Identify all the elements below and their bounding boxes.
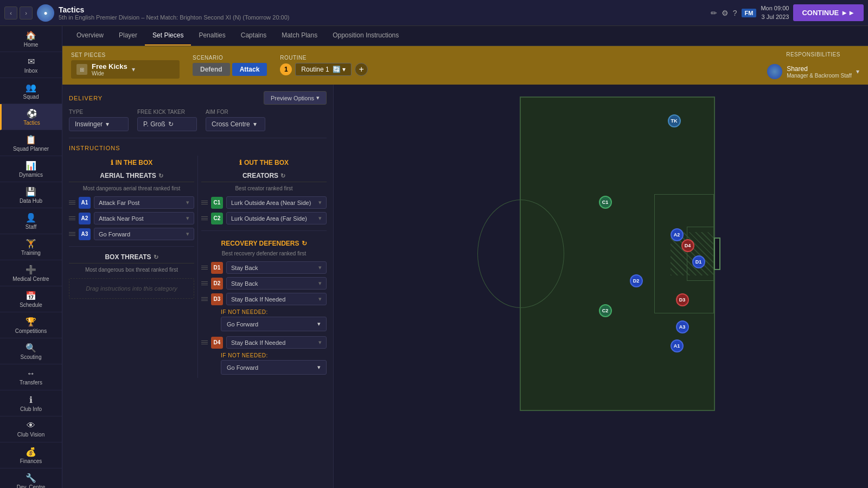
a3-value: Go Forward <box>99 231 130 237</box>
d2-chevron-icon: ▾ <box>318 280 322 287</box>
tab-match-plans[interactable]: Match Plans <box>274 26 325 46</box>
d4-select[interactable]: Stay Back If Needed ▾ <box>226 336 327 349</box>
player-token-c1[interactable]: C1 <box>599 196 612 209</box>
player-token-a3[interactable]: A3 <box>676 320 689 333</box>
drag-handle-a1[interactable] <box>69 201 75 204</box>
page-title: Tactics <box>59 5 706 14</box>
sidebar-item-dynamics[interactable]: 📊Dynamics <box>0 156 62 182</box>
tab-player[interactable]: Player <box>111 26 145 46</box>
drag-handle-a2[interactable] <box>69 216 75 220</box>
drag-handle-d3[interactable] <box>201 297 208 301</box>
set-pieces-selector[interactable]: ⊞ Free Kicks Wide ▾ <box>71 60 180 79</box>
a2-select[interactable]: Attack Near Post ▾ <box>94 212 194 224</box>
sidebar-item-club-vision[interactable]: 👁Club Vision <box>0 416 62 442</box>
aerial-refresh-icon[interactable]: ↻ <box>158 172 163 179</box>
drag-handle-d2[interactable] <box>201 281 208 285</box>
in-box-header: ℹ IN THE BOX <box>69 156 194 170</box>
badge-a1: A1 <box>79 197 91 209</box>
sidebar-item-dev-centre[interactable]: 🔧Dev. Centre <box>0 468 62 488</box>
tab-overview[interactable]: Overview <box>69 26 111 46</box>
sidebar-item-competitions[interactable]: 🏆Competitions <box>0 312 62 338</box>
sidebar-item-data-hub[interactable]: 💾Data Hub <box>0 182 62 208</box>
a2-chevron-icon: ▾ <box>186 215 189 222</box>
info-icon[interactable]: ? <box>733 9 737 17</box>
d3-if-not-needed-select[interactable]: Go Forward ▾ <box>221 317 327 331</box>
divider-recovery <box>201 230 327 231</box>
attack-button[interactable]: Attack <box>232 63 267 76</box>
topbar: ‹ › ● Tactics 5th in English Premier Div… <box>0 0 868 26</box>
d3-chevron-icon: ▾ <box>318 296 322 303</box>
sidebar-item-inbox[interactable]: ✉Inbox <box>0 52 62 78</box>
c2-value: Lurk Outside Area (Far Side) <box>231 215 307 222</box>
add-routine-button[interactable]: + <box>355 63 368 76</box>
drag-handle-d4[interactable] <box>201 341 208 344</box>
responsibilities-selector[interactable]: Shared Manager & Backroom Staff ▾ <box>767 64 859 79</box>
d3-select[interactable]: Stay Back If Needed ▾ <box>226 293 327 305</box>
sidebar-item-training[interactable]: 🏋Training <box>0 234 62 260</box>
sidebar-item-transfers[interactable]: ↔Transfers <box>0 364 62 390</box>
recovery-refresh-icon[interactable]: ↻ <box>302 240 307 247</box>
aerial-row-a2: A2 Attack Near Post ▾ <box>69 210 194 226</box>
badge-c1: C1 <box>211 197 223 209</box>
drag-handle-d1[interactable] <box>201 266 208 269</box>
type-select[interactable]: Inswinger ▾ <box>69 117 129 131</box>
d4-if-not-needed-select[interactable]: Go Forward ▾ <box>221 360 327 375</box>
sidebar-icon-schedule: 📅 <box>25 291 36 301</box>
player-token-c2[interactable]: C2 <box>599 304 612 317</box>
help-icon[interactable]: ⚙ <box>722 9 729 17</box>
nav-back-button[interactable]: ‹ <box>4 7 17 20</box>
edit-icon[interactable]: ✏ <box>711 9 717 17</box>
drag-handle-c1[interactable] <box>201 201 208 204</box>
sidebar-icon-staff: 👤 <box>25 213 36 223</box>
preview-options-button[interactable]: Preview Options ▾ <box>264 91 327 105</box>
type-label: TYPE <box>69 109 129 115</box>
player-token-a1[interactable]: A1 <box>671 339 684 352</box>
box-refresh-icon[interactable]: ↻ <box>154 254 158 261</box>
player-token-d4[interactable]: D4 <box>681 239 694 252</box>
routine-selector[interactable]: Routine 1 🔄 ▾ <box>295 63 352 76</box>
a3-select[interactable]: Go Forward ▾ <box>94 228 194 240</box>
sidebar-item-home[interactable]: 🏠Home <box>0 26 62 52</box>
sidebar-label-schedule: Schedule <box>20 302 42 308</box>
sidebar-icon-home: 🏠 <box>25 30 36 41</box>
player-token-d1[interactable]: D1 <box>692 255 705 268</box>
defend-button[interactable]: Defend <box>193 63 230 76</box>
sidebar-item-club-info[interactable]: ℹClub Info <box>0 390 62 416</box>
c1-value: Lurk Outside Area (Near Side) <box>231 200 311 206</box>
tab-set-pieces[interactable]: Set Pieces <box>145 26 191 46</box>
c2-select[interactable]: Lurk Outside Area (Far Side) ▾ <box>226 212 327 224</box>
player-token-tk[interactable]: TK <box>668 114 681 127</box>
a1-select[interactable]: Attack Far Post ▾ <box>94 196 194 209</box>
sidebar-icon-medical: ➕ <box>25 265 36 275</box>
player-token-a2[interactable]: A2 <box>671 228 684 241</box>
drag-handle-a3[interactable] <box>69 232 75 236</box>
sidebar-item-scouting[interactable]: 🔍Scouting <box>0 338 62 364</box>
layout: 🏠Home✉Inbox👥Squad⚽Tactics📋Squad Planner📊… <box>0 26 868 488</box>
tab-penalties[interactable]: Penalties <box>191 26 233 46</box>
sidebar-item-staff[interactable]: 👤Staff <box>0 208 62 234</box>
d2-select[interactable]: Stay Back ▾ <box>226 277 327 290</box>
tab-captains[interactable]: Captains <box>233 26 274 46</box>
badge-d4: D4 <box>211 337 223 349</box>
sidebar-item-tactics[interactable]: ⚽Tactics <box>0 104 62 130</box>
set-pieces-label: SET PIECES <box>71 52 180 58</box>
player-token-d3[interactable]: D3 <box>676 293 689 306</box>
sidebar-item-squad-planner[interactable]: 📋Squad Planner <box>0 130 62 156</box>
player-token-d2[interactable]: D2 <box>630 274 643 287</box>
sidebar-item-squad[interactable]: 👥Squad <box>0 78 62 104</box>
sidebar-item-schedule[interactable]: 📅Schedule <box>0 286 62 312</box>
set-pieces-chevron-icon: ▾ <box>132 66 135 73</box>
nav-forward-button[interactable]: › <box>20 7 33 20</box>
continue-button[interactable]: CONTINUE ►► <box>793 4 864 21</box>
sidebar-item-finances[interactable]: 💰Finances <box>0 442 62 468</box>
tab-opposition[interactable]: Opposition Instructions <box>325 26 406 46</box>
d1-select[interactable]: Stay Back ▾ <box>226 261 327 274</box>
c1-select[interactable]: Lurk Outside Area (Near Side) ▾ <box>226 196 327 209</box>
sidebar-item-medical[interactable]: ➕Medical Centre <box>0 260 62 286</box>
scenario-buttons: Defend Attack <box>193 63 267 76</box>
aim-select[interactable]: Cross Centre ▾ <box>206 117 265 131</box>
taker-select[interactable]: P. Groß ↻ <box>137 117 197 131</box>
drag-handle-c2[interactable] <box>201 216 208 220</box>
creators-refresh-icon[interactable]: ↻ <box>280 172 285 179</box>
box-threats-label: BOX THREATS <box>105 253 151 261</box>
